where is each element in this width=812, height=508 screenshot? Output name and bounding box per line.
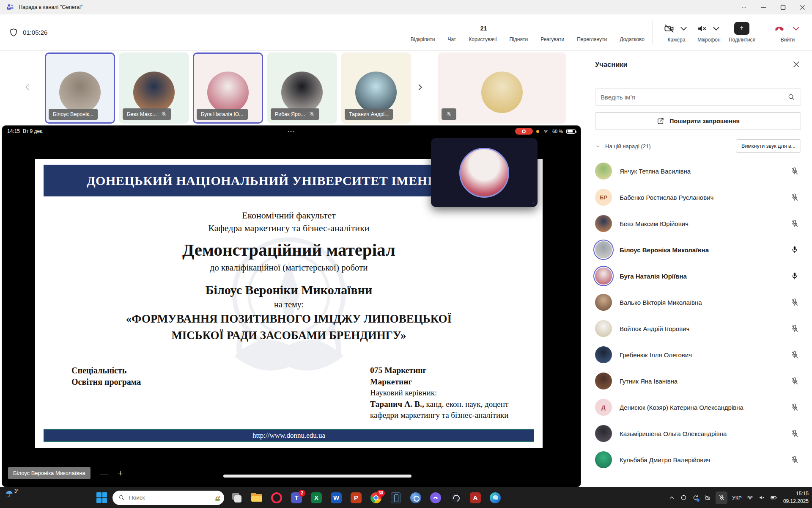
phone-link-icon[interactable] [389, 491, 403, 505]
filmstrip-scroll-right[interactable] [414, 79, 425, 96]
mic-off-icon[interactable] [790, 350, 799, 359]
mic-off-icon[interactable] [790, 324, 799, 333]
mic-on-icon[interactable] [790, 245, 799, 254]
chevron-down-icon[interactable] [710, 23, 722, 34]
avatar [595, 241, 612, 258]
explorer-icon[interactable] [250, 491, 264, 505]
participant-row[interactable]: Бевз Максим Юрійович [595, 210, 801, 237]
wifi-icon[interactable] [746, 494, 754, 501]
edge-icon[interactable] [488, 491, 502, 505]
participant-row[interactable]: Валько Вікторія Миколаївна [595, 289, 801, 315]
chevron-down-icon[interactable] [678, 23, 689, 34]
mic-off-icon[interactable] [790, 403, 799, 412]
minimize-button[interactable] [754, 0, 773, 14]
word-icon[interactable]: W [329, 491, 343, 505]
participant-row[interactable]: Білоус Вероніка Миколаївна [595, 237, 801, 263]
language-indicator[interactable]: УКР [732, 495, 742, 500]
microphone-button[interactable]: Мікрофон [696, 22, 722, 43]
task-view-icon[interactable] [230, 491, 244, 505]
toolbar-more-button[interactable]: Додатково [620, 22, 645, 42]
more-icon[interactable] [734, 0, 754, 14]
filmstrip-tile[interactable]: Білоус Веронік... [45, 52, 115, 124]
mic-off-icon[interactable] [790, 429, 799, 438]
chevron-down-icon[interactable] [789, 23, 803, 34]
participant-row[interactable]: Гутник Яна Іванівна [595, 368, 801, 394]
taskbar-search-input[interactable] [129, 494, 210, 501]
slide-faculty: Економічний факультет [35, 210, 543, 221]
battery-icon[interactable] [770, 494, 777, 501]
chevron-up-icon[interactable] [668, 494, 675, 501]
sync-icon[interactable] [692, 494, 699, 501]
windows-start-icon[interactable] [96, 492, 107, 503]
cloud-off-icon[interactable] [704, 494, 711, 501]
participant-search[interactable] [595, 88, 801, 105]
opera-icon[interactable] [269, 491, 284, 505]
filmstrip-tile[interactable]: Буга Наталія Ю... [193, 52, 263, 124]
mic-off-icon [309, 111, 315, 117]
presenter-self-view[interactable]: ⌟ [431, 138, 538, 207]
filmstrip-scroll-left[interactable] [22, 79, 33, 96]
mic-off-icon[interactable] [790, 376, 799, 386]
taskbar-search[interactable] [112, 491, 224, 505]
mic-off-icon[interactable] [790, 219, 799, 228]
share-invite-button[interactable]: Поширити запрошення [595, 112, 801, 130]
mic-off-icon[interactable] [790, 193, 799, 202]
acrobat-icon[interactable]: A [468, 491, 483, 505]
mic-off-icon[interactable] [790, 455, 799, 464]
zoom-in-button[interactable]: + [118, 469, 123, 478]
leave-label: Вийти [781, 37, 795, 43]
toolbar-react-button[interactable]: Реагувати [540, 22, 564, 42]
chrome-icon[interactable]: 30 [369, 491, 383, 505]
leave-button[interactable]: Вийти [773, 22, 803, 43]
stage-scrollbar[interactable] [223, 475, 411, 478]
mic-on-icon[interactable] [790, 271, 799, 281]
camera-button[interactable]: Камера [664, 22, 689, 43]
participant-row[interactable]: Кульбаба Дмитро Валерійович [595, 447, 801, 473]
participant-row[interactable]: ДДенисюк (Козяр) Катерина Олександрівна [595, 394, 801, 420]
participant-row[interactable]: Казьміришена Ольга Олександрівна [595, 420, 801, 447]
close-panel-icon[interactable] [792, 60, 801, 69]
toolbar-view-button[interactable]: Переглянути [577, 22, 607, 42]
mac-battery-percent: 60 % [552, 129, 563, 134]
participant-row[interactable]: Войтюк Андрій Ігорович [595, 315, 801, 342]
clock[interactable]: 15:15 09.12.2025 [783, 490, 809, 505]
browser-icon[interactable] [409, 491, 423, 505]
teams-icon[interactable]: T2 [289, 491, 304, 505]
participant-row[interactable]: БРБабенко Ростислав Русланович [595, 184, 801, 210]
chevron-down-icon[interactable] [595, 144, 601, 149]
close-button[interactable] [793, 0, 812, 14]
mic-off-icon[interactable] [790, 298, 799, 307]
participant-row[interactable]: Буга Наталія Юріївна [595, 263, 801, 289]
mute-all-button[interactable]: Вимкнути звук для в... [736, 139, 801, 153]
tray-mic-muted[interactable] [716, 491, 727, 504]
participant-row[interactable]: Гребенюк Ілля Олегович [595, 342, 801, 368]
filmstrip-tile[interactable]: Таранич Андрі... [341, 52, 411, 124]
obs-icon[interactable] [448, 491, 463, 505]
toolbar-people-button[interactable]: 21Користувачі [469, 22, 497, 42]
filmstrip-tile[interactable]: Бевз Макс... [119, 52, 189, 124]
meeting-timer: 01:05:26 [8, 28, 47, 38]
filmstrip-tile[interactable] [438, 52, 566, 124]
participant-video-avatar [281, 72, 323, 113]
window-titlebar: Нарада в каналі "General" [0, 0, 812, 14]
share-button[interactable]: Поділитися [729, 22, 755, 43]
window-title: Нарада в каналі "General" [19, 4, 82, 10]
toolbar-chat-button[interactable]: Чат [447, 22, 456, 42]
participant-row[interactable]: Янчук Тетяна Василівна [595, 158, 801, 184]
mic-off-icon[interactable] [790, 166, 799, 176]
avatar [595, 294, 612, 311]
search-input[interactable] [601, 94, 787, 101]
weather-widget[interactable]: 3° [5, 490, 19, 498]
powerpoint-icon[interactable]: P [349, 491, 363, 505]
toolbar-raise-button[interactable]: Підняти [510, 22, 528, 42]
excel-icon[interactable]: X [309, 491, 324, 505]
slide-right-row: Таранич А. В., канд. екон. наук, доцент [370, 399, 509, 410]
maximize-button[interactable] [773, 0, 793, 14]
toolbar-unpin-button[interactable]: Відкріпити [411, 22, 435, 42]
viber-icon[interactable] [428, 491, 443, 505]
zoom-out-button[interactable]: — [100, 469, 109, 478]
status-ring-icon[interactable] [680, 494, 687, 501]
volume-muted-icon[interactable] [758, 494, 765, 501]
filmstrip-tile[interactable]: Рибак Яро... [267, 52, 337, 124]
teams-logo-icon [6, 3, 14, 11]
